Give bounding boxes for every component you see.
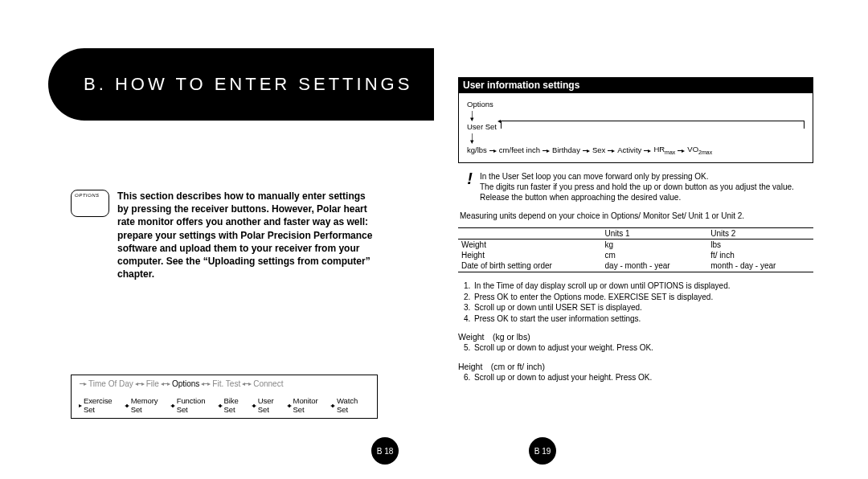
- arrow-right-icon: [489, 147, 497, 154]
- arrow-down-icon: │▾: [470, 113, 475, 122]
- flow-item: Activity: [617, 145, 641, 154]
- page-left: B. HOW TO ENTER SETTINGS OPTIONS This se…: [0, 0, 434, 479]
- arrow-right-icon: [80, 380, 87, 387]
- flow-item: Exercise Set: [84, 396, 123, 414]
- navigation-flow-box: Time Of Day File Options Fit. Test Conne…: [71, 375, 378, 419]
- flow-item: Watch Set: [337, 396, 369, 414]
- loopback-line: [501, 121, 805, 129]
- flow-node: Options: [467, 100, 805, 108]
- flow-item-vo2max: VO2max: [687, 145, 712, 155]
- flow-item-hrmax: HRmax: [653, 145, 675, 155]
- section-title: B. HOW TO ENTER SETTINGS: [84, 74, 412, 95]
- table-header: Units 2: [707, 228, 813, 240]
- user-set-flow-box: Options │▾ User Set │▾ kg/lbs cm/feet in…: [458, 93, 813, 163]
- flow-item: Time Of Day: [88, 379, 133, 388]
- flow-item: Connect: [253, 379, 283, 388]
- note-block: ! In the User Set loop you can move forw…: [466, 171, 812, 203]
- table-header: Units 1: [602, 228, 708, 240]
- steps-list: In the Time of day display scroll up or …: [473, 280, 813, 324]
- flow-item: Function Set: [177, 396, 216, 414]
- page-number-badge: B 18: [371, 437, 399, 465]
- arrow-bidir-icon: [170, 402, 175, 409]
- arrow-bidir-icon: [330, 402, 335, 409]
- arrow-bidir-icon: [161, 380, 170, 387]
- weight-subhead: Weight (kg or lbs): [458, 332, 813, 342]
- arrow-bidir-icon: [135, 380, 145, 387]
- table-header: [458, 228, 602, 240]
- arrow-bidir-icon: [201, 380, 211, 387]
- flow-item: Fit. Test: [212, 379, 240, 388]
- arrow-right-icon: [583, 147, 590, 154]
- list-item: Scroll up or down to adjust your weight.…: [473, 342, 813, 354]
- intro-block: This section describes how to manually e…: [71, 190, 378, 280]
- steps-list: Scroll up or down to adjust your weight.…: [473, 342, 813, 354]
- arrow-bidir-icon: [218, 402, 223, 409]
- list-item: Scroll up or down until USER SET is disp…: [473, 302, 813, 313]
- table-row: Date of birth setting order day - month …: [458, 260, 813, 272]
- list-item: Scroll up or down to adjust your height.…: [473, 372, 813, 383]
- arrow-right-icon: [678, 147, 685, 154]
- units-table: Units 1 Units 2 Weight kg lbs Height cm …: [458, 227, 813, 272]
- flow-item: User Set: [258, 396, 285, 414]
- flow-row-top: Time Of Day File Options Fit. Test Conne…: [72, 375, 377, 392]
- table-row: Weight kg lbs: [458, 240, 813, 251]
- exclamation-icon: !: [466, 171, 473, 203]
- user-set-loop-row: kg/lbs cm/feet inch Birthday Sex Activit…: [467, 145, 805, 155]
- page-right: User information settings Options │▾ Use…: [434, 0, 868, 479]
- list-item: In the Time of day display scroll up or …: [473, 280, 813, 292]
- steps-list: Scroll up or down to adjust your height.…: [473, 372, 813, 383]
- measuring-note: Measuring units depend on your choice in…: [460, 211, 812, 221]
- arrow-right-icon: [644, 147, 651, 154]
- flow-item-current: Options: [172, 379, 199, 388]
- arrow-right-icon: [608, 147, 615, 154]
- arrow-right-icon: [542, 147, 550, 154]
- flow-item: Sex: [592, 145, 605, 154]
- arrow-right-icon: [80, 402, 82, 409]
- flow-item: Birthday: [552, 145, 580, 154]
- arrow-bidir-icon: [252, 402, 256, 409]
- intro-text: This section describes how to manually e…: [117, 190, 378, 280]
- subsection-title: User information settings: [458, 77, 813, 93]
- flow-item: File: [146, 379, 159, 388]
- arrow-bidir-icon: [287, 402, 292, 409]
- arrow-bidir-icon: [242, 380, 252, 387]
- flow-item: Memory Set: [131, 396, 169, 414]
- height-subhead: Height (cm or ft/ inch): [458, 362, 813, 371]
- arrow-bidir-icon: [125, 402, 129, 409]
- flow-item: kg/lbs: [467, 145, 487, 154]
- table-row: Height cm ft/ inch: [458, 250, 813, 260]
- flow-item: Monitor Set: [293, 396, 330, 414]
- page-number-badge: B 19: [529, 437, 556, 465]
- section-header-band: B. HOW TO ENTER SETTINGS: [48, 48, 434, 121]
- list-item: Press OK to start the user information s…: [473, 313, 813, 325]
- flow-item: cm/feet inch: [499, 145, 540, 154]
- arrow-down-icon: │▾: [470, 136, 475, 145]
- flow-row-bottom: Exercise Set Memory Set Function Set Bik…: [72, 392, 377, 418]
- flow-item: Bike Set: [223, 396, 250, 414]
- note-text: In the User Set loop you can move forwar…: [480, 171, 812, 203]
- list-item: Press OK to enter the Options mode. EXER…: [473, 292, 813, 303]
